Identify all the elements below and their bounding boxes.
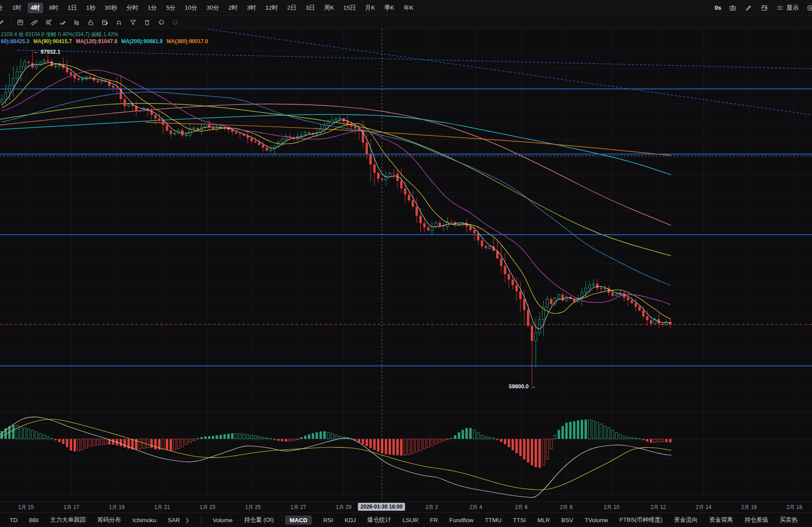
tab-TTSI[interactable]: TTSI — [513, 517, 526, 523]
timeframe-月K[interactable]: 月K — [362, 3, 378, 13]
tab-筹码分布[interactable]: 筹码分布 — [97, 516, 121, 524]
ruler-icon[interactable] — [30, 18, 39, 27]
timeframe-1日[interactable]: 1日 — [65, 3, 80, 13]
camera-icon[interactable] — [728, 4, 737, 12]
drawing-toolbar — [0, 16, 812, 29]
ma-legend: 60):88425.3MA(90):90415.7MA(120):91047.8… — [1, 38, 212, 45]
date-tick-label: 2月 4 — [470, 504, 482, 511]
timeframe-list: 分1时4时8时1日1秒30秒分时1分5分10分30分2时3时12时2日3日周K1… — [0, 3, 416, 13]
replay-timer: 0s — [715, 4, 721, 11]
date-tick-label: 1月 19 — [109, 504, 124, 511]
tab-爆仓统计[interactable]: 爆仓统计 — [367, 516, 391, 524]
timeframe-15日[interactable]: 15日 — [340, 3, 359, 13]
timeframe-2日[interactable]: 2日 — [284, 3, 300, 13]
date-tick-label: 2月 18 — [786, 504, 802, 511]
tab-主力大单跟踪[interactable]: 主力大单跟踪 — [50, 516, 86, 524]
timeframe-10分[interactable]: 10分 — [182, 3, 200, 13]
ma-legend-item: MA(120):91047.8 — [76, 38, 117, 44]
timeframe-1秒[interactable]: 1秒 — [83, 3, 99, 13]
date-tick-label: 1月 17 — [63, 504, 79, 511]
bookmark-icon[interactable] — [15, 18, 25, 27]
date-tick-label: 2月 12 — [650, 504, 666, 511]
timeframe-4时[interactable]: 4时 — [28, 3, 43, 13]
timeframe-季K[interactable]: 季K — [381, 3, 397, 13]
date-tick-label: 1月 29 — [336, 504, 351, 511]
tab-RSI[interactable]: RSI — [323, 517, 334, 523]
date-tick-label: 1月 23 — [200, 504, 215, 511]
tab-持仓差值[interactable]: 持仓差值 — [745, 516, 768, 524]
date-tick-label: 2月 10 — [604, 504, 619, 511]
tab-资金背离[interactable]: 资金背离 — [709, 516, 733, 524]
timeframe-12时[interactable]: 12时 — [262, 3, 281, 13]
tab-买卖热[interactable]: 买卖热 — [780, 516, 798, 524]
indicator-tabs: TDBBI主力大单跟踪筹码分布IchimokuSAR❯Volume持仓量 (OI… — [0, 512, 812, 527]
tab-LSUR[interactable]: LSUR — [403, 517, 419, 523]
tabs-divider — [201, 516, 201, 523]
timeframe-分[interactable]: 分 — [0, 3, 6, 13]
pencil-icon[interactable] — [744, 4, 753, 12]
date-tick-label: 1月 21 — [154, 504, 170, 511]
date-tick-label: 2月 14 — [696, 504, 711, 511]
pattern-icon[interactable] — [72, 18, 82, 27]
chart-canvas[interactable]: ← 97932.159800.0 → — [0, 29, 812, 501]
date-tick-label: 2月 8 — [560, 504, 573, 511]
tab-BSV[interactable]: BSV — [561, 517, 573, 523]
timeframe-3日[interactable]: 3日 — [303, 3, 318, 13]
tab-Ichimoku[interactable]: Ichimoku — [133, 517, 156, 523]
timeframe-8时[interactable]: 8时 — [46, 3, 62, 13]
timeframe-1分[interactable]: 1分 — [145, 3, 160, 13]
trash-icon[interactable] — [142, 18, 152, 27]
timeframe-30分[interactable]: 30分 — [204, 3, 222, 13]
tab-MLR[interactable]: MLR — [537, 517, 550, 523]
timeframe-30秒[interactable]: 30秒 — [102, 3, 121, 13]
tab-Volume[interactable]: Volume — [213, 517, 233, 523]
tab-资金流向[interactable]: 资金流向 — [674, 516, 698, 524]
tab-TTMU[interactable]: TTMU — [485, 517, 502, 523]
ma-legend-item: MA(200):90681.9 — [121, 38, 163, 44]
lock-open-icon[interactable] — [86, 18, 96, 27]
chart-legend: 2108.4 收 83104.8 涨幅 0.40%(334.7) 振幅 1.42… — [1, 31, 212, 45]
tab-SAR[interactable]: SAR — [168, 517, 180, 523]
timeframe-2时[interactable]: 2时 — [225, 3, 241, 13]
ma-legend-item: MA(360):90017.0 — [167, 38, 208, 44]
undo-icon[interactable] — [156, 18, 166, 27]
ma-legend-item: MA(90):90415.7 — [33, 38, 72, 44]
tab-KDJ[interactable]: KDJ — [345, 517, 356, 523]
timeframe-3时[interactable]: 3时 — [244, 3, 259, 13]
timeframe-周K[interactable]: 周K — [321, 3, 337, 13]
gear-icon[interactable] — [806, 4, 812, 12]
redo-icon[interactable] — [171, 18, 180, 27]
tabs-expand-chevron[interactable]: ❯ — [185, 517, 189, 523]
header-right-controls: 0s 显示 — [715, 4, 812, 12]
date-tick-label: 2月 6 — [515, 504, 528, 511]
tab-TVolume[interactable]: TVolume — [585, 517, 608, 523]
display-label: 显示 — [786, 4, 799, 12]
pen-tool-icon[interactable] — [0, 18, 6, 27]
tab-MACD[interactable]: MACD — [285, 516, 312, 525]
timeframe-1时[interactable]: 1时 — [9, 3, 25, 13]
candlestick-chart[interactable]: 2108.4 收 83104.8 涨幅 0.40%(334.7) 振幅 1.42… — [0, 29, 812, 501]
date-axis[interactable]: 1月 151月 171月 191月 211月 231月 251月 271月 29… — [0, 501, 812, 512]
magnet-icon[interactable] — [114, 18, 124, 27]
tab-Fundflow[interactable]: Fundflow — [449, 517, 474, 523]
tab-BBI[interactable]: BBI — [29, 517, 39, 523]
timeframe-年K[interactable]: 年K — [400, 3, 417, 13]
note-edit-icon[interactable] — [100, 18, 110, 27]
zoom-plus-icon[interactable] — [44, 18, 53, 27]
signature-icon[interactable] — [58, 18, 67, 27]
date-tick-label: 1月 25 — [245, 504, 260, 511]
timeframe-分时[interactable]: 分时 — [123, 3, 141, 13]
funnel-icon[interactable] — [128, 18, 138, 27]
tab-TD[interactable]: TD — [10, 517, 18, 523]
display-toggle[interactable]: 显示 — [776, 4, 799, 12]
ohlc-legend-text: 2108.4 收 83104.8 涨幅 0.40%(334.7) 振幅 1.42… — [1, 31, 118, 37]
low-price-annotation: 59800.0 → — [509, 383, 536, 390]
add-panel-icon[interactable] — [760, 4, 769, 12]
display-list-icon — [776, 4, 785, 12]
tab-FTBS(币种维度)[interactable]: FTBS(币种维度) — [619, 516, 663, 524]
tab-FR[interactable]: FR — [430, 517, 438, 523]
timeframe-5分[interactable]: 5分 — [163, 3, 178, 13]
tab-持仓量 (OI)[interactable]: 持仓量 (OI) — [244, 516, 274, 524]
crosshair-date-label: 2026-01-30 16:00 — [358, 503, 405, 511]
timeframe-bar: 分1时4时8时1日1秒30秒分时1分5分10分30分2时3时12时2日3日周K1… — [0, 0, 812, 16]
